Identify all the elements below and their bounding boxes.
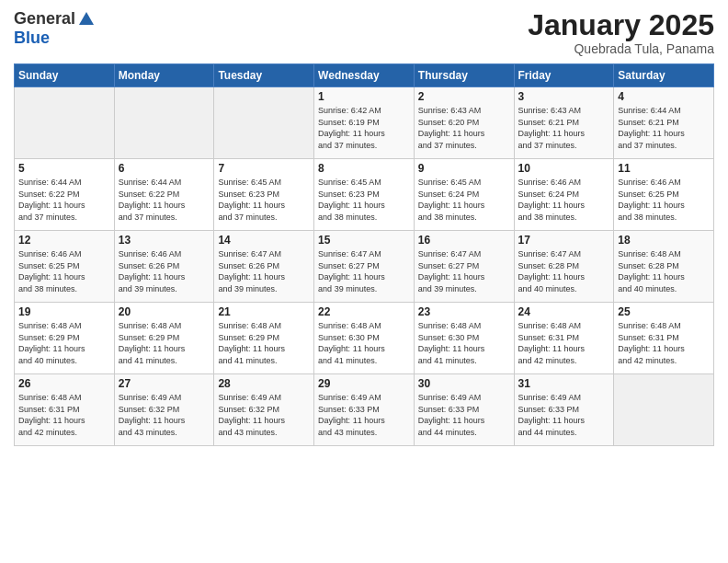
calendar-cell: 2Sunrise: 6:43 AM Sunset: 6:20 PM Daylig… <box>414 87 514 159</box>
title-block: January 2025 Quebrada Tula, Panama <box>528 9 714 56</box>
day-info: Sunrise: 6:43 AM Sunset: 6:21 PM Dayligh… <box>518 105 610 151</box>
day-info: Sunrise: 6:45 AM Sunset: 6:23 PM Dayligh… <box>218 177 310 223</box>
day-info: Sunrise: 6:48 AM Sunset: 6:29 PM Dayligh… <box>119 320 210 366</box>
day-number: 7 <box>218 162 310 175</box>
calendar-cell: 7Sunrise: 6:45 AM Sunset: 6:23 PM Daylig… <box>214 159 314 231</box>
month-title: January 2025 <box>528 9 714 41</box>
page-header: General Blue January 2025 Quebrada Tula,… <box>14 9 714 56</box>
day-info: Sunrise: 6:43 AM Sunset: 6:20 PM Dayligh… <box>418 105 510 151</box>
day-number: 14 <box>218 234 310 247</box>
weekday-header-wednesday: Wednesday <box>314 64 415 87</box>
weekday-header-friday: Friday <box>514 64 614 87</box>
calendar-cell: 21Sunrise: 6:48 AM Sunset: 6:29 PM Dayli… <box>214 303 314 374</box>
calendar-week-row: 5Sunrise: 6:44 AM Sunset: 6:22 PM Daylig… <box>15 159 714 231</box>
day-info: Sunrise: 6:46 AM Sunset: 6:25 PM Dayligh… <box>18 248 110 294</box>
day-info: Sunrise: 6:48 AM Sunset: 6:28 PM Dayligh… <box>618 248 710 294</box>
day-info: Sunrise: 6:46 AM Sunset: 6:25 PM Dayligh… <box>618 177 710 223</box>
day-number: 4 <box>618 90 710 103</box>
calendar-cell <box>15 87 115 159</box>
calendar-cell: 4Sunrise: 6:44 AM Sunset: 6:21 PM Daylig… <box>614 87 714 159</box>
calendar-week-row: 26Sunrise: 6:48 AM Sunset: 6:31 PM Dayli… <box>15 374 714 446</box>
calendar-cell: 26Sunrise: 6:48 AM Sunset: 6:31 PM Dayli… <box>15 374 115 446</box>
day-number: 31 <box>518 377 610 390</box>
day-info: Sunrise: 6:45 AM Sunset: 6:24 PM Dayligh… <box>418 177 510 223</box>
calendar-cell: 25Sunrise: 6:48 AM Sunset: 6:31 PM Dayli… <box>614 303 714 374</box>
day-number: 22 <box>318 305 410 318</box>
day-number: 26 <box>18 377 110 390</box>
day-number: 11 <box>618 162 710 175</box>
day-number: 1 <box>318 90 410 103</box>
logo-general-text: General <box>14 9 75 29</box>
calendar-week-row: 19Sunrise: 6:48 AM Sunset: 6:29 PM Dayli… <box>15 303 714 374</box>
day-info: Sunrise: 6:48 AM Sunset: 6:31 PM Dayligh… <box>618 320 710 366</box>
calendar-week-row: 12Sunrise: 6:46 AM Sunset: 6:25 PM Dayli… <box>15 231 714 303</box>
calendar-cell: 23Sunrise: 6:48 AM Sunset: 6:30 PM Dayli… <box>414 303 514 374</box>
day-number: 19 <box>18 305 110 318</box>
calendar-cell: 15Sunrise: 6:47 AM Sunset: 6:27 PM Dayli… <box>314 231 415 303</box>
day-number: 15 <box>318 234 410 247</box>
calendar-cell: 6Sunrise: 6:44 AM Sunset: 6:22 PM Daylig… <box>114 159 214 231</box>
weekday-header-monday: Monday <box>114 64 214 87</box>
day-number: 28 <box>218 377 310 390</box>
calendar-cell <box>614 374 714 446</box>
calendar-cell: 31Sunrise: 6:49 AM Sunset: 6:33 PM Dayli… <box>514 374 614 446</box>
calendar-cell: 14Sunrise: 6:47 AM Sunset: 6:26 PM Dayli… <box>214 231 314 303</box>
day-number: 6 <box>119 162 210 175</box>
day-info: Sunrise: 6:49 AM Sunset: 6:32 PM Dayligh… <box>218 392 310 438</box>
logo: General Blue <box>14 9 96 48</box>
day-info: Sunrise: 6:49 AM Sunset: 6:33 PM Dayligh… <box>318 392 410 438</box>
day-number: 29 <box>318 377 410 390</box>
day-number: 13 <box>119 234 210 247</box>
day-info: Sunrise: 6:47 AM Sunset: 6:27 PM Dayligh… <box>318 248 410 294</box>
day-info: Sunrise: 6:47 AM Sunset: 6:27 PM Dayligh… <box>418 248 510 294</box>
day-number: 25 <box>618 305 710 318</box>
calendar-cell: 19Sunrise: 6:48 AM Sunset: 6:29 PM Dayli… <box>15 303 115 374</box>
day-number: 27 <box>119 377 210 390</box>
calendar-cell: 11Sunrise: 6:46 AM Sunset: 6:25 PM Dayli… <box>614 159 714 231</box>
day-info: Sunrise: 6:47 AM Sunset: 6:28 PM Dayligh… <box>518 248 610 294</box>
day-number: 23 <box>418 305 510 318</box>
day-number: 24 <box>518 305 610 318</box>
day-number: 10 <box>518 162 610 175</box>
calendar-cell: 30Sunrise: 6:49 AM Sunset: 6:33 PM Dayli… <box>414 374 514 446</box>
day-info: Sunrise: 6:48 AM Sunset: 6:29 PM Dayligh… <box>218 320 310 366</box>
day-info: Sunrise: 6:48 AM Sunset: 6:29 PM Dayligh… <box>18 320 110 366</box>
day-info: Sunrise: 6:44 AM Sunset: 6:21 PM Dayligh… <box>618 105 710 151</box>
day-info: Sunrise: 6:49 AM Sunset: 6:33 PM Dayligh… <box>518 392 610 438</box>
weekday-header-row: SundayMondayTuesdayWednesdayThursdayFrid… <box>15 64 714 87</box>
day-info: Sunrise: 6:44 AM Sunset: 6:22 PM Dayligh… <box>119 177 210 223</box>
day-info: Sunrise: 6:46 AM Sunset: 6:24 PM Dayligh… <box>518 177 610 223</box>
weekday-header-tuesday: Tuesday <box>214 64 314 87</box>
calendar-cell: 27Sunrise: 6:49 AM Sunset: 6:32 PM Dayli… <box>114 374 214 446</box>
weekday-header-saturday: Saturday <box>614 64 714 87</box>
calendar-cell: 28Sunrise: 6:49 AM Sunset: 6:32 PM Dayli… <box>214 374 314 446</box>
calendar-cell: 1Sunrise: 6:42 AM Sunset: 6:19 PM Daylig… <box>314 87 415 159</box>
day-info: Sunrise: 6:48 AM Sunset: 6:31 PM Dayligh… <box>518 320 610 366</box>
calendar-cell: 17Sunrise: 6:47 AM Sunset: 6:28 PM Dayli… <box>514 231 614 303</box>
calendar-table: SundayMondayTuesdayWednesdayThursdayFrid… <box>14 63 714 446</box>
day-info: Sunrise: 6:47 AM Sunset: 6:26 PM Dayligh… <box>218 248 310 294</box>
day-info: Sunrise: 6:44 AM Sunset: 6:22 PM Dayligh… <box>18 177 110 223</box>
day-number: 16 <box>418 234 510 247</box>
weekday-header-thursday: Thursday <box>414 64 514 87</box>
day-info: Sunrise: 6:49 AM Sunset: 6:32 PM Dayligh… <box>119 392 210 438</box>
day-number: 9 <box>418 162 510 175</box>
calendar-cell: 24Sunrise: 6:48 AM Sunset: 6:31 PM Dayli… <box>514 303 614 374</box>
calendar-cell: 12Sunrise: 6:46 AM Sunset: 6:25 PM Dayli… <box>15 231 115 303</box>
calendar-cell: 5Sunrise: 6:44 AM Sunset: 6:22 PM Daylig… <box>15 159 115 231</box>
calendar-cell: 9Sunrise: 6:45 AM Sunset: 6:24 PM Daylig… <box>414 159 514 231</box>
day-info: Sunrise: 6:49 AM Sunset: 6:33 PM Dayligh… <box>418 392 510 438</box>
day-info: Sunrise: 6:48 AM Sunset: 6:30 PM Dayligh… <box>318 320 410 366</box>
day-number: 8 <box>318 162 410 175</box>
day-info: Sunrise: 6:48 AM Sunset: 6:30 PM Dayligh… <box>418 320 510 366</box>
calendar-cell: 29Sunrise: 6:49 AM Sunset: 6:33 PM Dayli… <box>314 374 415 446</box>
calendar-cell: 8Sunrise: 6:45 AM Sunset: 6:23 PM Daylig… <box>314 159 415 231</box>
day-number: 5 <box>18 162 110 175</box>
calendar-cell: 16Sunrise: 6:47 AM Sunset: 6:27 PM Dayli… <box>414 231 514 303</box>
day-number: 17 <box>518 234 610 247</box>
logo-blue-text: Blue <box>14 29 50 48</box>
day-info: Sunrise: 6:48 AM Sunset: 6:31 PM Dayligh… <box>18 392 110 438</box>
day-info: Sunrise: 6:42 AM Sunset: 6:19 PM Dayligh… <box>318 105 410 151</box>
day-number: 18 <box>618 234 710 247</box>
day-number: 2 <box>418 90 510 103</box>
